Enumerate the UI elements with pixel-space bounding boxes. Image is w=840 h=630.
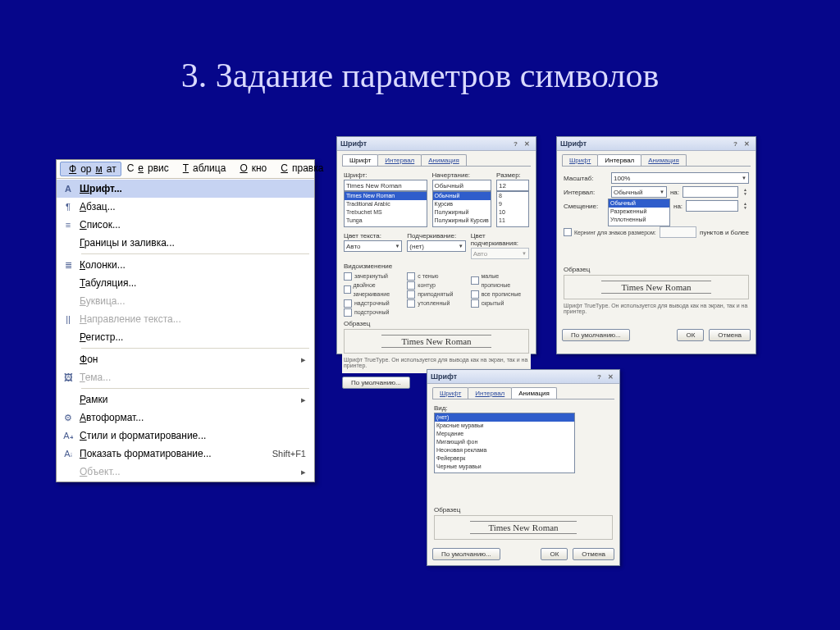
style-input[interactable]: Обычный xyxy=(432,180,492,191)
kerning-checkbox[interactable]: Кернинг для знаков размером: xyxy=(564,228,656,237)
list-item[interactable]: Tw Cen MT xyxy=(345,225,427,227)
ok-button[interactable]: ОК xyxy=(677,329,704,341)
tab-anim[interactable]: Анимация xyxy=(511,387,557,399)
menu-item[interactable]: AШрифт... xyxy=(57,180,314,198)
menu-item[interactable]: ≣Колонки... xyxy=(57,256,314,274)
size-listbox[interactable]: 89101112 xyxy=(496,191,529,227)
effect-checkbox[interactable]: контур xyxy=(407,281,465,290)
size-input[interactable]: 12 xyxy=(496,180,529,191)
tab-anim[interactable]: Анимация xyxy=(421,154,467,166)
menu-item-icon: ¶ xyxy=(57,202,80,212)
menu-item[interactable]: Регистр... xyxy=(57,328,314,346)
list-item[interactable]: Tunga xyxy=(345,217,427,225)
anim-dialog: Шрифт ? ✕ Шрифт Интервал Анимация Вид: (… xyxy=(427,369,620,566)
spacing-dialog-title: Шрифт xyxy=(560,139,587,148)
cancel-button[interactable]: Отмена xyxy=(573,548,614,560)
cancel-button[interactable]: Отмена xyxy=(709,329,751,341)
font-listbox[interactable]: Times New RomanTraditional ArabicTrebuch… xyxy=(344,191,427,227)
menu-table[interactable]: Таблица xyxy=(175,162,231,176)
scale-input[interactable]: 100%▼ xyxy=(611,172,749,184)
list-item[interactable]: Полужирный Курсив xyxy=(433,217,491,225)
list-item[interactable]: Мигающий фон xyxy=(435,438,574,446)
menu-item[interactable]: Рамки▸ xyxy=(57,390,314,409)
effect-checkbox[interactable]: все прописные xyxy=(471,290,529,299)
interval-amount-input[interactable] xyxy=(682,186,738,198)
default-button[interactable]: По умолчанию... xyxy=(562,329,630,341)
list-item[interactable]: 9 xyxy=(497,200,528,208)
menu-service[interactable]: Сервис xyxy=(123,162,173,176)
default-button[interactable]: По умолчанию... xyxy=(432,548,500,560)
effect-checkbox[interactable]: скрытый xyxy=(471,299,529,308)
menu-item[interactable]: Фон▸ xyxy=(57,350,314,368)
offset-amount-input[interactable] xyxy=(686,200,738,212)
chevron-right-icon: ▸ xyxy=(301,395,306,405)
window-controls[interactable]: ? ✕ xyxy=(733,140,752,148)
tab-font[interactable]: Шрифт xyxy=(432,387,468,399)
menu-item[interactable]: AᵢПоказать форматирование...Shift+F1 xyxy=(57,445,314,463)
menu-item[interactable]: ≡Список... xyxy=(57,216,314,234)
list-item[interactable]: Неоновая реклама xyxy=(435,446,574,454)
list-item[interactable]: Фейерверк xyxy=(435,454,574,463)
mods-col2: с теньюконтурприподнятыйутопленный xyxy=(407,272,465,317)
list-item[interactable]: 8 xyxy=(497,192,528,200)
menu-item: ||Направление текста... xyxy=(57,310,314,328)
interval-select[interactable]: Обычный▼ xyxy=(611,186,667,198)
list-item[interactable]: Полужирный xyxy=(433,208,491,217)
list-item[interactable]: Обычный xyxy=(433,192,491,200)
menu-item[interactable]: Границы и заливка... xyxy=(57,234,314,252)
list-item[interactable]: Times New Roman xyxy=(345,192,427,200)
anim-listbox[interactable]: (нет)Красные муравьиМерцаниеМигающий фон… xyxy=(434,413,575,473)
spin-icon[interactable]: ▲▼ xyxy=(742,188,749,196)
effect-checkbox[interactable]: надстрочный xyxy=(344,299,402,308)
menu-help[interactable]: Справка xyxy=(272,162,327,176)
list-item[interactable]: Traditional Arabic xyxy=(345,200,427,208)
menu-item[interactable]: A₄Стили и форматирование... xyxy=(57,427,314,445)
effect-checkbox[interactable]: малые прописные xyxy=(471,272,529,290)
effect-checkbox[interactable]: утопленный xyxy=(407,299,465,308)
default-button[interactable]: По умолчанию... xyxy=(342,377,410,389)
list-item[interactable]: Курсив xyxy=(433,200,491,208)
list-item[interactable]: (нет) xyxy=(435,413,574,422)
menu-window[interactable]: Окно xyxy=(231,162,271,176)
menu-format[interactable]: Формат xyxy=(60,162,121,176)
spin-icon[interactable]: ▲▼ xyxy=(742,202,749,210)
menu-item-label: Показать форматирование... xyxy=(80,448,272,459)
list-item[interactable]: Обычный xyxy=(609,199,669,208)
effect-checkbox[interactable]: двойное зачеркивание xyxy=(344,281,402,299)
tab-spacing[interactable]: Интервал xyxy=(377,154,422,166)
style-listbox[interactable]: ОбычныйКурсивПолужирныйПолужирный Курсив xyxy=(432,191,492,227)
list-item[interactable]: Разреженный xyxy=(609,208,669,216)
menu-item-label: Объект... xyxy=(80,466,301,477)
tab-font[interactable]: Шрифт xyxy=(342,154,378,166)
list-item[interactable]: Красные муравьи xyxy=(435,422,574,430)
list-item[interactable]: 10 xyxy=(497,208,528,217)
interval-listbox[interactable]: ОбычныйРазреженныйУплотненный xyxy=(608,199,670,226)
list-item[interactable]: Trebuchet MS xyxy=(345,208,427,217)
tab-spacing[interactable]: Интервал xyxy=(468,387,512,399)
effect-checkbox[interactable]: с тенью xyxy=(407,272,465,281)
window-controls[interactable]: ? ✕ xyxy=(514,140,532,148)
list-item[interactable]: Мерцание xyxy=(435,430,574,438)
list-item[interactable]: 11 xyxy=(497,217,528,225)
effect-checkbox[interactable]: подстрочный xyxy=(344,308,402,317)
menu-item-label: Направление текста... xyxy=(80,313,306,325)
color-select[interactable]: Авто▼ xyxy=(344,240,402,252)
font-name-input[interactable]: Times New Roman xyxy=(344,180,427,191)
tab-anim[interactable]: Анимация xyxy=(641,154,687,166)
menu-item[interactable]: ⚙Автоформат... xyxy=(57,409,314,427)
tab-spacing[interactable]: Интервал xyxy=(597,154,641,166)
ok-button[interactable]: ОК xyxy=(541,548,568,560)
menu-item-label: Список... xyxy=(80,219,306,231)
list-item[interactable]: Уплотненный xyxy=(609,216,669,224)
mods-col3: малые прописныевсе прописныескрытый xyxy=(471,272,529,317)
menu-item[interactable]: Табуляция... xyxy=(57,274,314,292)
effect-checkbox[interactable]: зачеркнутый xyxy=(344,272,402,281)
menu-item[interactable]: ¶Абзац... xyxy=(57,198,314,216)
menu-item: 🖼Тема... xyxy=(57,368,314,386)
list-item[interactable]: 12 xyxy=(497,225,528,227)
window-controls[interactable]: ? ✕ xyxy=(597,373,616,381)
underline-select[interactable]: (нет)▼ xyxy=(407,240,465,252)
effect-checkbox[interactable]: приподнятый xyxy=(407,290,465,299)
tab-font[interactable]: Шрифт xyxy=(562,154,598,166)
list-item[interactable]: Черные муравьи xyxy=(435,463,574,471)
